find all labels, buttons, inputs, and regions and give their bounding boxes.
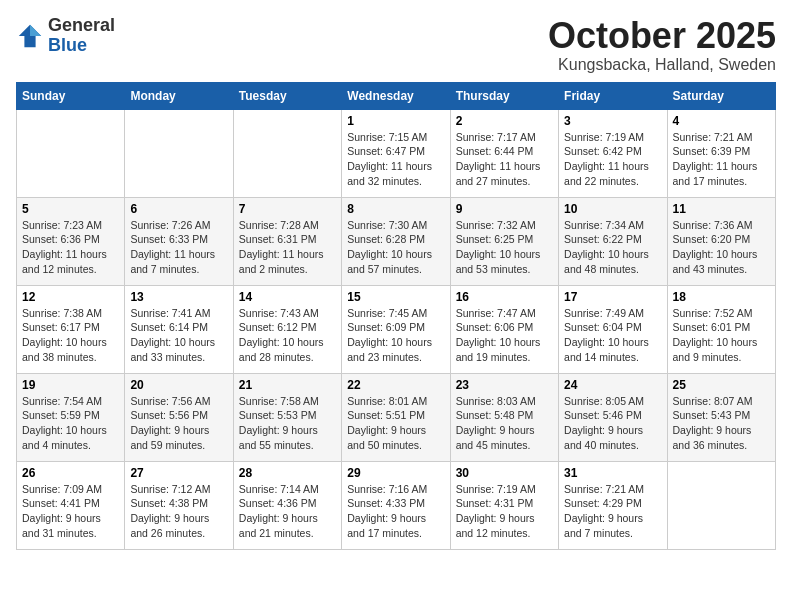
calendar-cell: 27Sunrise: 7:12 AMSunset: 4:38 PMDayligh… (125, 461, 233, 549)
weekday-header-monday: Monday (125, 82, 233, 109)
day-info: Sunrise: 7:58 AMSunset: 5:53 PMDaylight:… (239, 394, 336, 453)
month-title: October 2025 (548, 16, 776, 56)
day-info: Sunrise: 7:19 AMSunset: 4:31 PMDaylight:… (456, 482, 553, 541)
day-info: Sunrise: 7:26 AMSunset: 6:33 PMDaylight:… (130, 218, 227, 277)
day-number: 29 (347, 466, 444, 480)
day-info: Sunrise: 7:41 AMSunset: 6:14 PMDaylight:… (130, 306, 227, 365)
logo-text: General Blue (48, 16, 115, 56)
day-info: Sunrise: 7:52 AMSunset: 6:01 PMDaylight:… (673, 306, 770, 365)
day-info: Sunrise: 7:14 AMSunset: 4:36 PMDaylight:… (239, 482, 336, 541)
day-number: 12 (22, 290, 119, 304)
day-info: Sunrise: 7:38 AMSunset: 6:17 PMDaylight:… (22, 306, 119, 365)
day-number: 30 (456, 466, 553, 480)
calendar-cell: 30Sunrise: 7:19 AMSunset: 4:31 PMDayligh… (450, 461, 558, 549)
day-number: 15 (347, 290, 444, 304)
day-info: Sunrise: 7:30 AMSunset: 6:28 PMDaylight:… (347, 218, 444, 277)
calendar-cell: 2Sunrise: 7:17 AMSunset: 6:44 PMDaylight… (450, 109, 558, 197)
calendar-cell: 12Sunrise: 7:38 AMSunset: 6:17 PMDayligh… (17, 285, 125, 373)
day-number: 17 (564, 290, 661, 304)
calendar-week-row: 5Sunrise: 7:23 AMSunset: 6:36 PMDaylight… (17, 197, 776, 285)
day-info: Sunrise: 7:54 AMSunset: 5:59 PMDaylight:… (22, 394, 119, 453)
calendar-cell: 18Sunrise: 7:52 AMSunset: 6:01 PMDayligh… (667, 285, 775, 373)
logo: General Blue (16, 16, 115, 56)
calendar-cell: 1Sunrise: 7:15 AMSunset: 6:47 PMDaylight… (342, 109, 450, 197)
day-number: 3 (564, 114, 661, 128)
calendar-week-row: 12Sunrise: 7:38 AMSunset: 6:17 PMDayligh… (17, 285, 776, 373)
day-number: 5 (22, 202, 119, 216)
calendar-cell (233, 109, 341, 197)
day-number: 27 (130, 466, 227, 480)
day-number: 20 (130, 378, 227, 392)
day-number: 8 (347, 202, 444, 216)
day-info: Sunrise: 7:21 AMSunset: 4:29 PMDaylight:… (564, 482, 661, 541)
calendar-cell: 3Sunrise: 7:19 AMSunset: 6:42 PMDaylight… (559, 109, 667, 197)
day-info: Sunrise: 7:28 AMSunset: 6:31 PMDaylight:… (239, 218, 336, 277)
day-number: 31 (564, 466, 661, 480)
calendar-cell: 5Sunrise: 7:23 AMSunset: 6:36 PMDaylight… (17, 197, 125, 285)
calendar-cell: 26Sunrise: 7:09 AMSunset: 4:41 PMDayligh… (17, 461, 125, 549)
day-info: Sunrise: 8:07 AMSunset: 5:43 PMDaylight:… (673, 394, 770, 453)
day-number: 18 (673, 290, 770, 304)
weekday-header-thursday: Thursday (450, 82, 558, 109)
calendar-cell: 17Sunrise: 7:49 AMSunset: 6:04 PMDayligh… (559, 285, 667, 373)
day-number: 21 (239, 378, 336, 392)
day-number: 6 (130, 202, 227, 216)
day-number: 4 (673, 114, 770, 128)
day-info: Sunrise: 8:03 AMSunset: 5:48 PMDaylight:… (456, 394, 553, 453)
day-number: 10 (564, 202, 661, 216)
calendar-cell (17, 109, 125, 197)
calendar-cell: 25Sunrise: 8:07 AMSunset: 5:43 PMDayligh… (667, 373, 775, 461)
day-info: Sunrise: 7:36 AMSunset: 6:20 PMDaylight:… (673, 218, 770, 277)
calendar-cell (667, 461, 775, 549)
weekday-header-saturday: Saturday (667, 82, 775, 109)
calendar-cell: 23Sunrise: 8:03 AMSunset: 5:48 PMDayligh… (450, 373, 558, 461)
day-number: 25 (673, 378, 770, 392)
day-number: 1 (347, 114, 444, 128)
day-number: 23 (456, 378, 553, 392)
calendar-cell: 9Sunrise: 7:32 AMSunset: 6:25 PMDaylight… (450, 197, 558, 285)
day-info: Sunrise: 7:09 AMSunset: 4:41 PMDaylight:… (22, 482, 119, 541)
day-number: 26 (22, 466, 119, 480)
calendar-table: SundayMondayTuesdayWednesdayThursdayFrid… (16, 82, 776, 550)
calendar-cell: 6Sunrise: 7:26 AMSunset: 6:33 PMDaylight… (125, 197, 233, 285)
calendar-cell: 31Sunrise: 7:21 AMSunset: 4:29 PMDayligh… (559, 461, 667, 549)
day-number: 13 (130, 290, 227, 304)
calendar-cell: 11Sunrise: 7:36 AMSunset: 6:20 PMDayligh… (667, 197, 775, 285)
weekday-header-sunday: Sunday (17, 82, 125, 109)
calendar-cell: 29Sunrise: 7:16 AMSunset: 4:33 PMDayligh… (342, 461, 450, 549)
day-info: Sunrise: 7:34 AMSunset: 6:22 PMDaylight:… (564, 218, 661, 277)
day-info: Sunrise: 7:12 AMSunset: 4:38 PMDaylight:… (130, 482, 227, 541)
calendar-cell: 20Sunrise: 7:56 AMSunset: 5:56 PMDayligh… (125, 373, 233, 461)
calendar-cell: 8Sunrise: 7:30 AMSunset: 6:28 PMDaylight… (342, 197, 450, 285)
weekday-header-row: SundayMondayTuesdayWednesdayThursdayFrid… (17, 82, 776, 109)
location: Kungsbacka, Halland, Sweden (548, 56, 776, 74)
calendar-cell (125, 109, 233, 197)
day-number: 2 (456, 114, 553, 128)
calendar-cell: 7Sunrise: 7:28 AMSunset: 6:31 PMDaylight… (233, 197, 341, 285)
day-info: Sunrise: 7:49 AMSunset: 6:04 PMDaylight:… (564, 306, 661, 365)
day-info: Sunrise: 7:45 AMSunset: 6:09 PMDaylight:… (347, 306, 444, 365)
svg-marker-1 (30, 25, 41, 36)
calendar-week-row: 26Sunrise: 7:09 AMSunset: 4:41 PMDayligh… (17, 461, 776, 549)
day-number: 24 (564, 378, 661, 392)
calendar-cell: 15Sunrise: 7:45 AMSunset: 6:09 PMDayligh… (342, 285, 450, 373)
day-number: 14 (239, 290, 336, 304)
day-info: Sunrise: 7:32 AMSunset: 6:25 PMDaylight:… (456, 218, 553, 277)
calendar-cell: 21Sunrise: 7:58 AMSunset: 5:53 PMDayligh… (233, 373, 341, 461)
day-number: 11 (673, 202, 770, 216)
day-number: 19 (22, 378, 119, 392)
day-info: Sunrise: 7:43 AMSunset: 6:12 PMDaylight:… (239, 306, 336, 365)
day-number: 28 (239, 466, 336, 480)
day-number: 7 (239, 202, 336, 216)
day-info: Sunrise: 7:16 AMSunset: 4:33 PMDaylight:… (347, 482, 444, 541)
calendar-cell: 28Sunrise: 7:14 AMSunset: 4:36 PMDayligh… (233, 461, 341, 549)
weekday-header-tuesday: Tuesday (233, 82, 341, 109)
title-block: October 2025 Kungsbacka, Halland, Sweden (548, 16, 776, 74)
calendar-cell: 10Sunrise: 7:34 AMSunset: 6:22 PMDayligh… (559, 197, 667, 285)
day-info: Sunrise: 7:21 AMSunset: 6:39 PMDaylight:… (673, 130, 770, 189)
calendar-cell: 19Sunrise: 7:54 AMSunset: 5:59 PMDayligh… (17, 373, 125, 461)
day-number: 16 (456, 290, 553, 304)
day-info: Sunrise: 7:17 AMSunset: 6:44 PMDaylight:… (456, 130, 553, 189)
calendar-cell: 16Sunrise: 7:47 AMSunset: 6:06 PMDayligh… (450, 285, 558, 373)
day-info: Sunrise: 7:23 AMSunset: 6:36 PMDaylight:… (22, 218, 119, 277)
